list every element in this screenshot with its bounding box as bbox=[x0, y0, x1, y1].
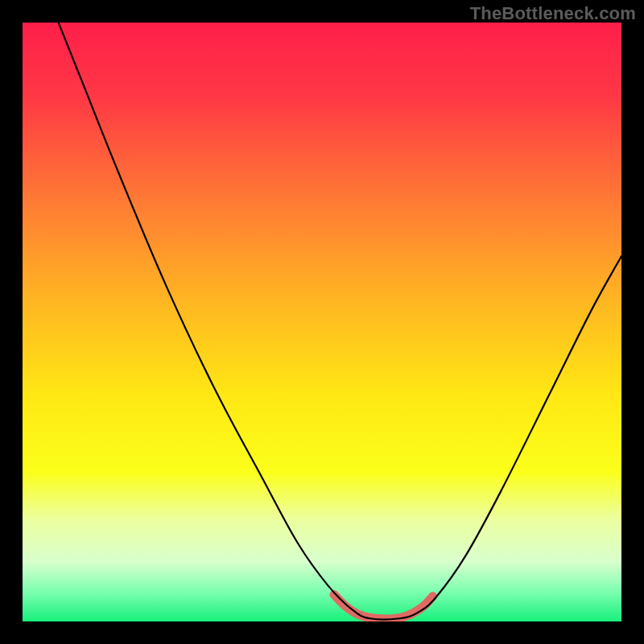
chart-frame: TheBottleneck.com bbox=[0, 0, 644, 644]
bottleneck-curve-path bbox=[59, 23, 621, 620]
watermark-text: TheBottleneck.com bbox=[470, 3, 636, 24]
curve-layer bbox=[23, 23, 621, 621]
plot-area bbox=[23, 23, 621, 621]
